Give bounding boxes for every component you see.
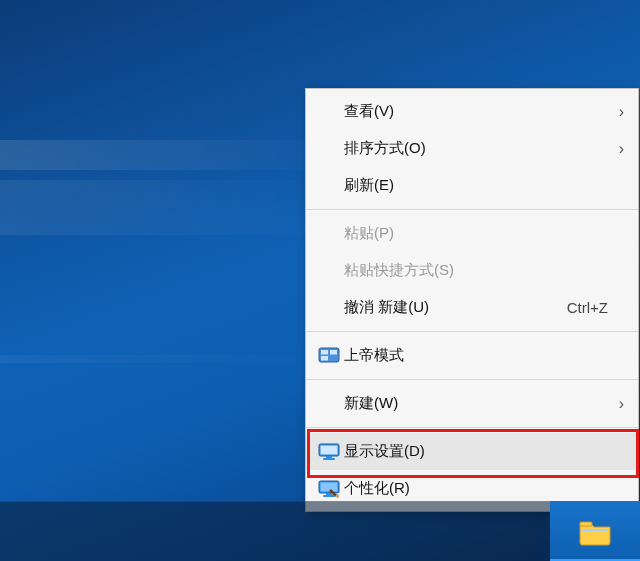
menu-item-label: 排序方式(O): [344, 139, 608, 158]
menu-separator: [306, 427, 638, 428]
taskbar[interactable]: [0, 501, 640, 561]
personalize-icon: [314, 480, 344, 498]
svg-rect-9: [321, 482, 338, 491]
taskbar-button-file-explorer[interactable]: [550, 501, 640, 561]
chevron-right-icon: ›: [608, 140, 624, 158]
menu-item-label: 上帝模式: [344, 346, 608, 365]
svg-rect-6: [326, 456, 332, 458]
svg-rect-11: [326, 493, 332, 495]
menu-item-label: 撤消 新建(U): [344, 298, 555, 317]
menu-item-label: 查看(V): [344, 102, 608, 121]
menu-item[interactable]: 撤消 新建(U)Ctrl+Z: [306, 289, 638, 326]
menu-item[interactable]: 显示设置(D): [306, 433, 638, 470]
menu-item-label: 粘贴(P): [344, 224, 608, 243]
svg-rect-2: [330, 350, 337, 355]
chevron-right-icon: ›: [608, 395, 624, 413]
menu-item[interactable]: 新建(W)›: [306, 385, 638, 422]
chevron-right-icon: ›: [608, 103, 624, 121]
svg-rect-14: [582, 529, 608, 531]
display-icon: [314, 443, 344, 461]
menu-item-label: 粘贴快捷方式(S): [344, 261, 608, 280]
desktop-wallpaper[interactable]: 查看(V)›排序方式(O)›刷新(E)粘贴(P)粘贴快捷方式(S)撤消 新建(U…: [0, 0, 640, 561]
menu-item-label: 个性化(R): [344, 479, 608, 498]
svg-rect-13: [580, 522, 592, 526]
desktop-context-menu: 查看(V)›排序方式(O)›刷新(E)粘贴(P)粘贴快捷方式(S)撤消 新建(U…: [305, 88, 639, 512]
svg-rect-7: [323, 458, 335, 460]
svg-rect-3: [321, 356, 328, 361]
folder-icon: [578, 518, 612, 546]
svg-rect-12: [323, 495, 335, 497]
menu-item[interactable]: 排序方式(O)›: [306, 130, 638, 167]
menu-separator: [306, 379, 638, 380]
menu-item[interactable]: 刷新(E): [306, 167, 638, 204]
menu-item[interactable]: 查看(V)›: [306, 93, 638, 130]
menu-item: 粘贴(P): [306, 215, 638, 252]
menu-separator: [306, 331, 638, 332]
menu-separator: [306, 209, 638, 210]
menu-item: 粘贴快捷方式(S): [306, 252, 638, 289]
godmode-icon: [314, 347, 344, 365]
menu-item-label: 显示设置(D): [344, 442, 608, 461]
menu-item-label: 新建(W): [344, 394, 608, 413]
taskbar-search-area[interactable]: [0, 501, 550, 561]
svg-rect-5: [321, 445, 338, 454]
menu-item-label: 刷新(E): [344, 176, 608, 195]
menu-item[interactable]: 上帝模式: [306, 337, 638, 374]
svg-rect-1: [321, 350, 328, 355]
menu-item-shortcut: Ctrl+Z: [555, 299, 608, 316]
